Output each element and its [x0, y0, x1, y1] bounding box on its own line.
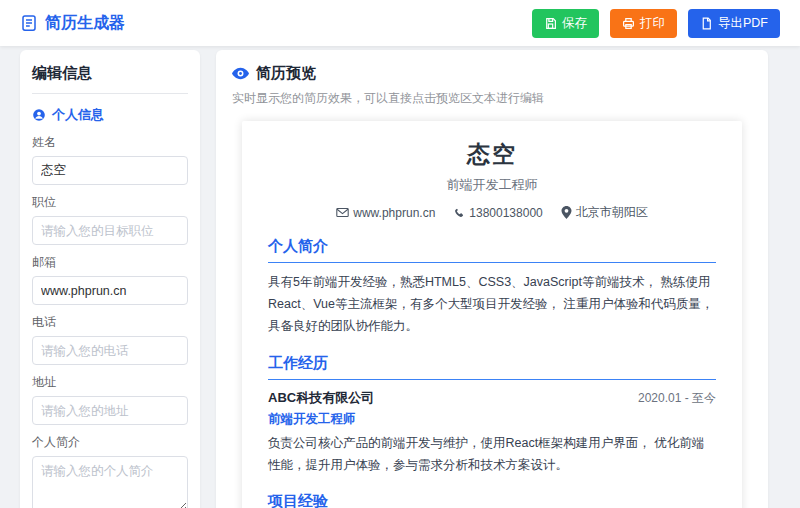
resume-paper: 态空 前端开发工程师 www.phprun.cn — [242, 121, 742, 508]
email-input[interactable] — [32, 276, 188, 305]
resume-contact-phone[interactable]: 13800138000 — [453, 204, 542, 221]
resume-job-title[interactable]: 前端开发工程师 — [268, 176, 716, 194]
preview-subtitle: 实时显示您的简历效果，可以直接点击预览区文本进行编辑 — [232, 90, 752, 107]
summary-text[interactable]: 具有5年前端开发经验，熟悉HTML5、CSS3、JavaScript等前端技术，… — [268, 272, 716, 338]
personal-info-section-header: 个人信息 — [32, 106, 188, 124]
save-button[interactable]: 保存 — [532, 9, 599, 38]
work-description[interactable]: 负责公司核心产品的前端开发与维护，使用React框架构建用户界面， 优化前端性能… — [268, 433, 716, 477]
position-input[interactable] — [32, 216, 188, 245]
app-logo: 简历生成器 — [20, 13, 125, 34]
print-button[interactable]: 打印 — [610, 9, 677, 38]
app-header: 简历生成器 保存 打印 导出PDF — [0, 0, 800, 46]
preview-title: 简历预览 — [256, 64, 316, 83]
resume-work-section: 工作经历 ABC科技有限公司 2020.01 - 至今 前端开发工程师 负责公司… — [268, 354, 716, 477]
user-icon — [32, 108, 46, 122]
work-section-title: 工作经历 — [268, 354, 716, 380]
summary-section-title: 个人简介 — [268, 237, 716, 263]
name-input[interactable] — [32, 156, 188, 185]
edit-panel: 编辑信息 个人信息 姓名 职位 邮箱 电话 — [20, 50, 200, 508]
address-label: 地址 — [32, 374, 188, 391]
phone-input[interactable] — [32, 336, 188, 365]
export-pdf-button[interactable]: 导出PDF — [688, 9, 780, 38]
resume-contact-location[interactable]: 北京市朝阳区 — [561, 204, 648, 221]
phone-label: 电话 — [32, 314, 188, 331]
work-role[interactable]: 前端开发工程师 — [268, 411, 716, 428]
resume-project-section: 项目经验 企业管理系统 2021.03 - 2021.10 担任角色：前端负责人… — [268, 492, 716, 508]
resume-contact-email[interactable]: www.phprun.cn — [336, 204, 435, 221]
work-period[interactable]: 2020.01 - 至今 — [638, 390, 716, 407]
address-input[interactable] — [32, 396, 188, 425]
location-icon — [561, 206, 572, 219]
save-icon — [544, 17, 557, 30]
email-label: 邮箱 — [32, 254, 188, 271]
app-title: 简历生成器 — [45, 13, 125, 34]
resume-name[interactable]: 态空 — [268, 139, 716, 170]
preview-panel: 简历预览 实时显示您的简历效果，可以直接点击预览区文本进行编辑 态空 前端开发工… — [216, 50, 768, 508]
project-section-title: 项目经验 — [268, 492, 716, 508]
name-label: 姓名 — [32, 134, 188, 151]
position-label: 职位 — [32, 194, 188, 211]
work-company[interactable]: ABC科技有限公司 — [268, 389, 374, 407]
print-icon — [622, 17, 635, 30]
eye-icon — [232, 67, 249, 80]
summary-label: 个人简介 — [32, 434, 188, 451]
summary-textarea[interactable] — [32, 456, 188, 508]
resume-summary-section: 个人简介 具有5年前端开发经验，熟悉HTML5、CSS3、JavaScript等… — [268, 237, 716, 338]
edit-panel-title: 编辑信息 — [32, 64, 188, 94]
phone-icon — [453, 207, 465, 219]
pdf-file-icon — [700, 17, 713, 30]
email-icon — [336, 207, 349, 218]
document-icon — [20, 14, 38, 32]
